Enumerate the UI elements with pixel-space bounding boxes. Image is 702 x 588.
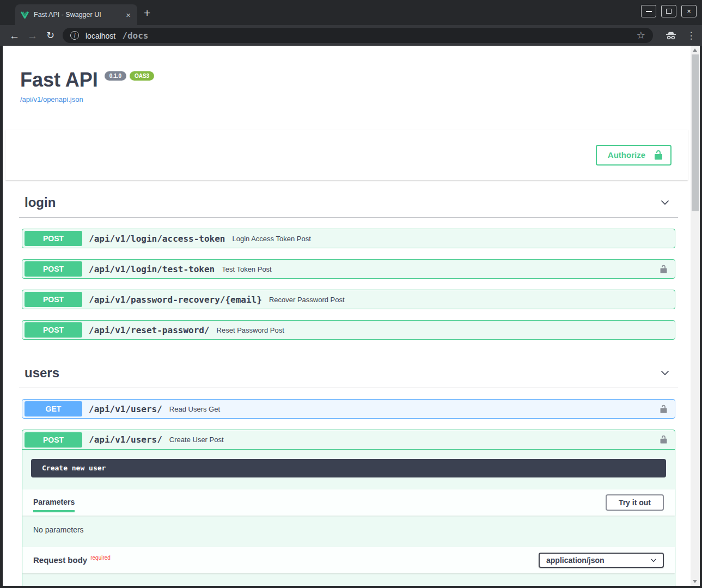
browser-tab[interactable]: Fast API - Swagger UI × xyxy=(15,4,137,25)
close-button[interactable]: × xyxy=(681,5,697,17)
method-badge: POST xyxy=(25,432,82,448)
title-badges: 0.1.0OAS3 xyxy=(105,71,154,81)
endpoint-summary: Reset Password Post xyxy=(217,326,284,334)
minimize-icon xyxy=(646,11,652,12)
try-it-out-button[interactable]: Try it out xyxy=(606,494,664,511)
tag-header-users[interactable]: users xyxy=(19,351,678,388)
no-parameters-text: No parameters xyxy=(22,516,675,547)
auth-lock-button[interactable] xyxy=(659,265,668,274)
url-path: /docs xyxy=(122,30,148,41)
endpoint-summary: Test Token Post xyxy=(222,265,272,273)
scroll-down-arrow-icon[interactable] xyxy=(693,580,697,583)
endpoint-path: /api/v1/login/test-token xyxy=(89,264,215,274)
operation-row-reset-password[interactable]: POST /api/v1/reset-password/ Reset Passw… xyxy=(22,320,675,340)
endpoint-path: /api/v1/users/ xyxy=(89,434,162,445)
version-badge: 0.1.0 xyxy=(105,71,126,81)
browser-titlebar: Fast API - Swagger UI × + × xyxy=(0,0,702,25)
method-badge: GET xyxy=(25,401,82,416)
method-badge: POST xyxy=(25,231,82,246)
openapi-spec-link[interactable]: /api/v1/openapi.json xyxy=(20,95,83,103)
tag-section-users: users GET /api/v1/users/ Read Users Get xyxy=(19,351,678,586)
url-text: localhost/docs xyxy=(86,30,148,41)
chevron-down-icon xyxy=(650,556,657,564)
maximize-icon xyxy=(666,9,672,14)
operations-list: POST /api/v1/login/access-token Login Ac… xyxy=(19,218,678,340)
endpoint-path: /api/v1/reset-password/ xyxy=(89,325,210,335)
api-info: Fast API0.1.0OAS3 /api/v1/openapi.json xyxy=(20,69,691,104)
tag-section-login: login POST /api/v1/login/access-token Lo… xyxy=(19,180,678,340)
tab-close-icon[interactable]: × xyxy=(125,11,132,19)
endpoint-summary: Login Access Token Post xyxy=(232,235,310,243)
incognito-icon xyxy=(665,31,677,40)
site-info-icon[interactable]: i xyxy=(70,31,79,40)
tag-name: users xyxy=(25,365,59,381)
media-type-value: application/json xyxy=(546,556,605,565)
method-badge: POST xyxy=(25,261,82,277)
operation-row-password-recovery[interactable]: POST /api/v1/password-recovery/{email} R… xyxy=(22,290,675,309)
unlocked-padlock-icon xyxy=(659,435,668,444)
authorize-label: Authorize xyxy=(608,150,645,160)
oas3-badge: OAS3 xyxy=(130,71,154,81)
forward-button[interactable]: → xyxy=(23,30,41,41)
request-body-label-wrap: Request bodyrequired xyxy=(33,555,111,565)
browser-window: Fast API - Swagger UI × + × ← → ↻ i loca… xyxy=(0,0,702,588)
page-title: Fast API xyxy=(20,69,98,91)
endpoint-summary: Read Users Get xyxy=(169,405,220,413)
favicon-v-logo-icon xyxy=(21,11,29,19)
browser-toolbar: ← → ↻ i localhost/docs ☆ ⋮ xyxy=(0,25,702,46)
tab-parameters[interactable]: Parameters xyxy=(33,489,75,516)
tag-name: login xyxy=(25,195,56,210)
new-tab-button[interactable]: + xyxy=(144,7,150,20)
unlocked-padlock-icon xyxy=(653,150,664,161)
method-badge: POST xyxy=(25,292,82,307)
bookmark-star-icon[interactable]: ☆ xyxy=(637,30,645,40)
maximize-button[interactable] xyxy=(661,5,676,17)
operation-row-login-access-token[interactable]: POST /api/v1/login/access-token Login Ac… xyxy=(22,229,675,248)
url-host: localhost xyxy=(86,32,115,40)
tag-header-login[interactable]: login xyxy=(19,180,678,218)
minimize-button[interactable] xyxy=(641,5,656,17)
scrollbar-thumb[interactable] xyxy=(692,54,699,211)
chevron-down-icon xyxy=(660,367,670,378)
request-body-label: Request body xyxy=(33,555,87,565)
operation-block-users-post-expanded: POST /api/v1/users/ Create User Post Cre… xyxy=(22,430,675,586)
auth-lock-button[interactable] xyxy=(659,405,668,414)
media-type-select[interactable]: application/json xyxy=(539,553,664,568)
required-badge: required xyxy=(90,555,111,561)
scheme-container: Authorize xyxy=(5,130,688,180)
endpoint-path: /api/v1/login/access-token xyxy=(89,234,225,244)
window-controls: × xyxy=(641,5,697,17)
unlocked-padlock-icon xyxy=(659,405,668,414)
endpoint-summary: Create User Post xyxy=(169,436,224,444)
page-viewport: Fast API0.1.0OAS3 /api/v1/openapi.json A… xyxy=(3,46,691,586)
operation-row-users-get[interactable]: GET /api/v1/users/ Read Users Get xyxy=(22,399,675,419)
endpoint-path: /api/v1/users/ xyxy=(89,404,162,414)
scroll-up-arrow-icon[interactable] xyxy=(693,48,697,52)
operation-row-users-post[interactable]: POST /api/v1/users/ Create User Post xyxy=(22,430,675,450)
parameters-section-header: Parameters Try it out xyxy=(22,489,675,516)
endpoint-path: /api/v1/password-recovery/{email} xyxy=(89,295,262,305)
method-badge: POST xyxy=(25,322,82,338)
browser-menu-button[interactable]: ⋮ xyxy=(686,30,697,41)
operations-list: GET /api/v1/users/ Read Users Get POST /… xyxy=(19,388,678,586)
address-bar[interactable]: i localhost/docs ☆ xyxy=(63,28,653,43)
operation-row-login-test-token[interactable]: POST /api/v1/login/test-token Test Token… xyxy=(22,259,675,279)
endpoint-summary: Recover Password Post xyxy=(269,296,345,304)
operation-description: Create new user xyxy=(31,459,666,477)
back-button[interactable]: ← xyxy=(5,30,23,41)
tab-title: Fast API - Swagger UI xyxy=(34,11,125,19)
reload-button[interactable]: ↻ xyxy=(41,30,59,40)
chevron-down-icon xyxy=(660,197,670,208)
request-body-content: Example Value Schema { xyxy=(22,573,675,586)
request-body-section-header: Request bodyrequired application/json xyxy=(22,547,675,573)
auth-lock-button[interactable] xyxy=(659,435,668,444)
authorize-button[interactable]: Authorize xyxy=(596,145,672,166)
page-scrollbar[interactable] xyxy=(691,46,700,586)
unlocked-padlock-icon xyxy=(659,265,668,274)
